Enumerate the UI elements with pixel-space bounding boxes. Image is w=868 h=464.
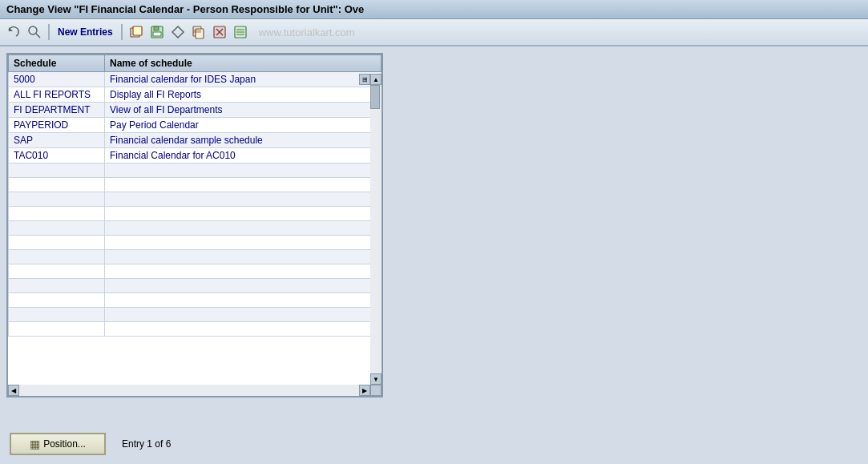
table-row[interactable] [9,221,382,236]
svg-point-1 [29,26,37,34]
schedule-cell: TAC010 [9,148,105,163]
name-cell: View of all FI Departments [105,103,382,118]
schedule-cell [9,221,105,236]
table-row[interactable] [9,279,382,293]
scroll-right-button[interactable]: ▶ [359,385,370,396]
name-cell [105,279,382,293]
schedule-cell [9,264,105,279]
name-cell [105,236,382,250]
schedule-cell: PAYPERIOD [9,118,105,133]
schedule-table: Schedule Name of schedule 5000Financial … [8,54,382,337]
name-cell: Financial calendar sample schedule [105,133,382,148]
save-icon[interactable] [148,23,166,41]
svg-rect-4 [133,26,142,35]
scroll-down-button[interactable]: ▼ [370,373,382,385]
scroll-thumb[interactable] [370,85,380,109]
details-icon[interactable] [232,23,249,41]
name-cell [105,322,382,337]
watermark: www.tutorialkart.com [259,26,355,38]
h-scroll-track [19,385,359,396]
table-row[interactable] [9,236,382,250]
schedule-cell [9,163,105,178]
table-row[interactable] [9,250,382,264]
table-row[interactable] [9,192,382,207]
svg-marker-8 [172,26,184,38]
table-row[interactable] [9,178,382,192]
title-bar: Change View "FI Financial Calendar - Per… [0,0,868,19]
name-cell [105,207,382,221]
position-button[interactable]: ▦ Position... [10,433,106,455]
table-row[interactable]: ALL FI REPORTSDisplay all FI Reports [9,87,382,103]
entry-label: Entry 1 of 6 [122,438,171,450]
name-cell [105,308,382,322]
name-cell [105,221,382,236]
schedule-cell: SAP [9,133,105,148]
undo-icon[interactable] [5,23,22,41]
name-cell [105,264,382,279]
name-cell: Financial calendar for IDES Japan [105,72,382,87]
horizontal-scrollbar[interactable]: ◀ ▶ [8,385,370,396]
svg-line-2 [36,34,40,38]
scroll-track [370,85,382,373]
vertical-scrollbar[interactable]: ▲ ▼ [370,74,382,385]
svg-rect-7 [153,32,161,36]
name-cell: Financial Calendar for AC010 [105,148,382,163]
schedule-cell: 5000 [9,72,105,87]
main-content: Schedule Name of schedule 5000Financial … [0,46,868,421]
schedule-cell [9,236,105,250]
name-cell: Display all FI Reports [105,87,382,103]
grid-copy-icon[interactable] [190,23,208,41]
schedule-cell [9,308,105,322]
schedule-cell [9,178,105,192]
table-row[interactable]: PAYPERIODPay Period Calendar [9,118,382,133]
name-cell [105,293,382,308]
name-cell [105,163,382,178]
schedule-cell [9,192,105,207]
table-row[interactable] [9,264,382,279]
copy-rows-icon[interactable] [127,23,145,41]
column-resize-icon[interactable]: ⊞ [359,74,370,85]
table-row[interactable] [9,322,382,337]
table-row[interactable] [9,163,382,178]
position-icon: ▦ [30,438,40,450]
diamond-icon[interactable] [169,23,187,41]
schedule-cell [9,279,105,293]
name-cell [105,178,382,192]
table-row[interactable] [9,308,382,322]
name-column-header: Name of schedule [105,55,382,72]
position-button-label: Position... [43,438,86,450]
schedule-cell [9,322,105,337]
schedule-cell [9,250,105,264]
table-row[interactable] [9,207,382,221]
name-cell [105,250,382,264]
name-cell [105,192,382,207]
schedule-cell: ALL FI REPORTS [9,87,105,103]
table-row[interactable]: 5000Financial calendar for IDES Japan [9,72,382,87]
schedule-cell [9,207,105,221]
table-row[interactable]: FI DEPARTMENTView of all FI Departments [9,103,382,118]
find-icon[interactable] [26,23,43,41]
table-row[interactable] [9,293,382,308]
table-container: Schedule Name of schedule 5000Financial … [6,53,383,397]
svg-rect-6 [154,26,159,30]
scroll-left-button[interactable]: ◀ [8,385,19,396]
delete-icon[interactable] [211,23,228,41]
bottom-bar: ▦ Position... Entry 1 of 6 [0,424,868,464]
title-text: Change View "FI Financial Calendar - Per… [6,3,364,15]
scroll-up-button[interactable]: ▲ [370,74,382,85]
schedule-cell [9,293,105,308]
name-cell: Pay Period Calendar [105,118,382,133]
corner-icon[interactable] [370,385,382,396]
table-row[interactable]: SAPFinancial calendar sample schedule [9,133,382,148]
table-row[interactable]: TAC010Financial Calendar for AC010 [9,148,382,163]
new-entries-button[interactable]: New Entries [55,25,116,39]
toolbar-divider-2 [121,24,123,40]
schedule-cell: FI DEPARTMENT [9,103,105,118]
toolbar: New Entries [0,19,868,46]
toolbar-divider-1 [48,24,50,40]
schedule-column-header: Schedule [9,55,105,72]
